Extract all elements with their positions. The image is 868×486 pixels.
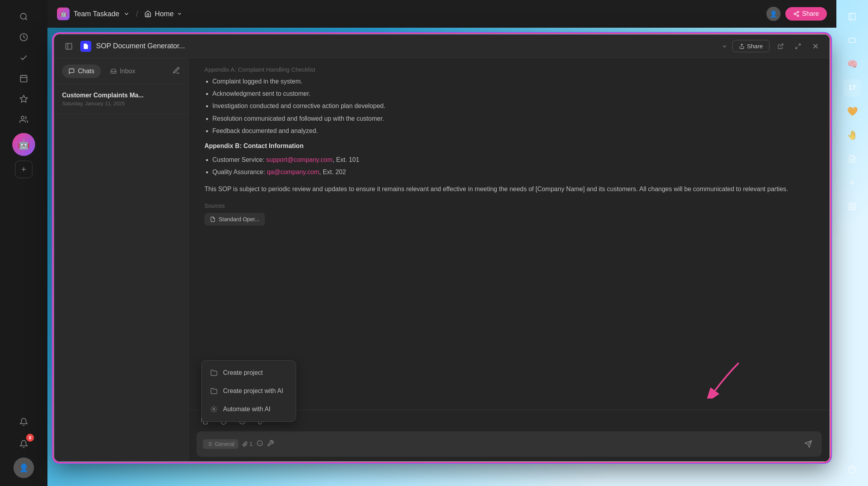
search-icon[interactable] bbox=[15, 8, 32, 25]
svg-rect-26 bbox=[66, 43, 72, 49]
svg-line-31 bbox=[796, 47, 798, 49]
wrench-icon[interactable] bbox=[267, 440, 274, 449]
svg-point-21 bbox=[797, 11, 799, 13]
inbox-tab[interactable]: Inbox bbox=[106, 65, 140, 78]
create-project-label: Create project bbox=[223, 369, 263, 376]
workspace-avatar[interactable]: 🤖 bbox=[12, 133, 35, 156]
list-item: Resolution communicated and followed up … bbox=[212, 113, 814, 124]
main-window: SOP Document Generator... Share ✕ bbox=[53, 34, 830, 462]
rectangle-icon[interactable] bbox=[843, 32, 861, 49]
notepad-icon[interactable] bbox=[843, 150, 861, 168]
window-title: SOP Document Generator... bbox=[96, 42, 717, 50]
separator: / bbox=[136, 9, 138, 19]
automate-ai-item[interactable]: Automate with AI bbox=[202, 400, 296, 418]
dropdown-menu: Create project Create project with AI bbox=[201, 360, 296, 422]
send-button[interactable] bbox=[801, 437, 815, 451]
share-icon bbox=[793, 11, 800, 17]
window-body: Chats Inbox Customer Complaints Ma... Sa… bbox=[54, 58, 830, 461]
bell-icon[interactable]: 8 bbox=[15, 435, 32, 453]
home-chevron-icon bbox=[177, 11, 182, 17]
contact-1-suffix: , Ext. 101 bbox=[333, 156, 359, 163]
folder-icon bbox=[210, 368, 218, 377]
top-share-label: Share bbox=[802, 10, 819, 17]
user-avatar[interactable]: 👤 bbox=[13, 458, 34, 478]
top-bar-right: 👤 Share bbox=[766, 7, 827, 21]
users-icon[interactable] bbox=[15, 111, 32, 128]
source-chip[interactable]: Standard Oper... bbox=[204, 213, 265, 226]
chat-item-title: Customer Complaints Ma... bbox=[62, 92, 180, 99]
svg-rect-18 bbox=[853, 207, 855, 210]
list-icon bbox=[207, 441, 212, 447]
expand-icon[interactable] bbox=[792, 40, 804, 53]
window-title-chevron[interactable] bbox=[721, 43, 728, 49]
svg-line-29 bbox=[780, 44, 783, 47]
hand-icon[interactable]: 🤚 bbox=[843, 127, 861, 144]
sidebar-bottom: 8 👤 bbox=[13, 413, 34, 478]
list-item: Investigation conducted and corrective a… bbox=[212, 101, 814, 111]
bullet-list-1: Complaint logged in the system. Acknowle… bbox=[212, 76, 814, 136]
attachment-count: 1 bbox=[242, 441, 253, 447]
svg-rect-15 bbox=[849, 203, 851, 206]
layout-icon[interactable] bbox=[843, 8, 861, 25]
clock-icon[interactable] bbox=[15, 28, 32, 46]
chats-tab[interactable]: Chats bbox=[62, 65, 101, 78]
ai-folder-icon bbox=[210, 387, 218, 395]
add-right-icon[interactable] bbox=[843, 174, 861, 192]
check-icon[interactable] bbox=[15, 49, 32, 66]
email-link-1[interactable]: support@company.com bbox=[266, 156, 333, 163]
window-share-button[interactable]: Share bbox=[732, 40, 770, 52]
svg-point-36 bbox=[213, 408, 215, 410]
contact-2-prefix: Quality Assurance: bbox=[212, 169, 267, 175]
input-left: General 1 bbox=[203, 439, 796, 449]
contact-2-suffix: , Ext. 202 bbox=[319, 169, 346, 175]
create-project-item[interactable]: Create project bbox=[202, 364, 296, 382]
sidebar-toggle-button[interactable] bbox=[62, 40, 76, 53]
email-link-2[interactable]: qa@company.com bbox=[267, 169, 319, 175]
automate-icon bbox=[210, 405, 218, 414]
grid-icon[interactable] bbox=[843, 198, 861, 215]
contact-1-prefix: Customer Service: bbox=[212, 156, 266, 163]
compose-button[interactable] bbox=[172, 66, 180, 76]
automate-ai-label: Automate with AI bbox=[223, 406, 270, 413]
star-icon[interactable] bbox=[15, 90, 32, 108]
chat-content: Appendix A: Complaint Handling Checklist… bbox=[189, 58, 830, 410]
window-share-label: Share bbox=[747, 43, 763, 49]
notification-icon[interactable] bbox=[15, 413, 32, 431]
workspace-logo: 🤖 bbox=[57, 8, 70, 20]
heart-icon[interactable]: 🧡 bbox=[843, 103, 861, 120]
attachment-number: 1 bbox=[250, 441, 253, 447]
chat-item-date: Saturday, January 11, 2025 bbox=[62, 101, 180, 106]
calendar-icon[interactable] bbox=[15, 70, 32, 87]
svg-point-0 bbox=[21, 13, 26, 19]
add-workspace-button[interactable]: + bbox=[15, 161, 32, 178]
info-icon[interactable] bbox=[257, 440, 263, 448]
svg-line-24 bbox=[796, 14, 798, 15]
workspace-selector[interactable]: 🤖 Team Taskade bbox=[57, 8, 130, 20]
svg-point-23 bbox=[797, 15, 799, 17]
inbox-icon bbox=[110, 68, 117, 74]
appendix-b-heading: Appendix B: Contact Information bbox=[204, 142, 814, 150]
chat-list-item[interactable]: Customer Complaints Ma... Saturday, Janu… bbox=[54, 85, 188, 114]
list-item: Acknowledgment sent to customer. bbox=[212, 88, 814, 99]
svg-line-30 bbox=[798, 44, 800, 46]
external-link-icon[interactable] bbox=[774, 40, 787, 53]
source-chip-label: Standard Oper... bbox=[219, 216, 259, 222]
top-user-avatar[interactable]: 👤 bbox=[766, 7, 781, 21]
calendar-right-icon[interactable]: 17 bbox=[843, 79, 861, 97]
close-button[interactable]: ✕ bbox=[809, 40, 822, 53]
right-sidebar: 🧠 17 🧡 🤚 bbox=[836, 0, 868, 486]
svg-rect-8 bbox=[849, 13, 856, 20]
home-button[interactable]: Home bbox=[144, 10, 182, 18]
general-tag[interactable]: General bbox=[203, 439, 238, 449]
create-project-ai-item[interactable]: Create project with AI bbox=[202, 382, 296, 400]
list-item: Complaint logged in the system. bbox=[212, 76, 814, 87]
notification-badge: 8 bbox=[26, 434, 34, 442]
question-icon[interactable] bbox=[843, 461, 861, 478]
brain-icon[interactable]: 🧠 bbox=[843, 55, 861, 73]
top-bar-left: 🤖 Team Taskade / Home bbox=[57, 8, 182, 20]
list-item: Customer Service: support@company.com, E… bbox=[212, 154, 814, 165]
svg-point-7 bbox=[21, 116, 24, 119]
sources-section: Sources Standard Oper... bbox=[204, 203, 814, 226]
top-share-button[interactable]: Share bbox=[785, 7, 827, 21]
home-icon bbox=[144, 10, 151, 17]
